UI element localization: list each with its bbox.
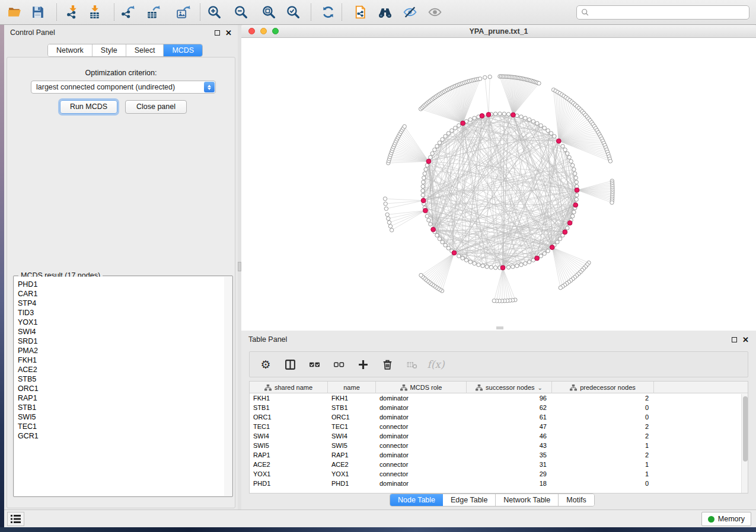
mcds-result-item[interactable]: CAR1 [14,289,224,299]
memory-button[interactable]: Memory [701,512,751,526]
search-box[interactable] [576,5,749,20]
table-cell[interactable]: 61 [467,412,552,422]
network-window-titlebar[interactable]: YPA_prune.txt_1 [241,25,756,38]
table-cell[interactable]: TEC1 [328,422,376,431]
task-history-button[interactable] [7,512,24,526]
sort-menu-icon[interactable]: ⌄ [538,384,543,391]
table-cell[interactable]: PHD1 [328,479,376,488]
table-cell[interactable]: 43 [467,441,552,450]
table-cell[interactable]: ORC1 [328,412,376,422]
tab-network-table[interactable]: Network Table [496,494,559,506]
table-scrollbar[interactable] [741,394,748,493]
table-cell[interactable]: 31 [467,460,552,469]
table-cell[interactable]: 1 [552,441,654,450]
table-cell[interactable]: 0 [552,403,654,412]
table-cell[interactable]: YOX1 [328,469,376,479]
table-cell[interactable]: 1 [552,460,654,469]
table-cell[interactable]: dominator [376,479,467,488]
column-header-name[interactable]: name [328,382,376,393]
mcds-result-item[interactable]: RAP1 [14,393,224,403]
mcds-result-item[interactable]: STB5 [14,374,224,384]
table-cell[interactable]: 46 [467,431,552,441]
table-row[interactable]: TEC1TEC1connector472 [250,422,748,431]
delete-columns-icon[interactable] [381,358,393,370]
table-cell[interactable]: RAP1 [250,450,328,460]
select-all-columns-icon[interactable] [308,358,320,370]
table-cell[interactable]: STB1 [250,403,328,412]
table-cell[interactable]: SWI5 [250,441,328,450]
mcds-result-item[interactable]: ORC1 [14,384,224,393]
node-table[interactable]: shared namenameMCDS rolesuccessor nodes⌄… [249,381,748,493]
run-mcds-button[interactable]: Run MCDS [60,100,117,114]
table-cell[interactable]: ORC1 [250,412,328,422]
new-network-from-selection-icon[interactable] [352,4,368,20]
column-header-MCDS-role[interactable]: MCDS role [376,382,467,393]
export-network-icon[interactable] [119,4,135,20]
table-cell[interactable]: connector [376,460,467,469]
table-cell[interactable]: 96 [467,393,552,403]
create-column-icon[interactable] [357,358,369,370]
open-session-icon[interactable] [7,4,23,20]
table-row[interactable]: RAP1RAP1dominator352 [250,450,748,460]
mcds-result-item[interactable]: TID3 [14,308,224,318]
table-cell[interactable]: TEC1 [250,422,328,431]
float-panel-icon[interactable] [732,337,737,342]
mcds-result-item[interactable]: GCR1 [14,431,224,441]
table-cell[interactable]: STB1 [328,403,376,412]
table-cell[interactable]: dominator [376,450,467,460]
table-row[interactable]: FKH1FKH1dominator962 [250,393,748,403]
zoom-fit-icon[interactable] [261,4,277,20]
table-cell[interactable]: dominator [376,431,467,441]
table-row[interactable]: ACE2ACE2connector311 [250,460,748,469]
table-cell[interactable]: ACE2 [328,460,376,469]
table-cell[interactable]: dominator [376,393,467,403]
table-cell[interactable]: YOX1 [250,469,328,479]
mcds-result-list[interactable]: PHD1CAR1STP4TID3YOX1SWI4SRD1PMA2FKH1ACE2… [14,277,225,496]
network-view[interactable] [241,38,756,331]
table-scrollbar-thumb[interactable] [743,396,748,462]
import-network-icon[interactable] [65,4,81,20]
table-row[interactable]: PHD1PHD1dominator180 [250,479,748,488]
zoom-out-icon[interactable] [233,4,249,20]
export-image-icon[interactable] [175,4,191,20]
table-cell[interactable]: dominator [376,412,467,422]
mcds-result-item[interactable]: YOX1 [14,318,224,327]
deselect-all-columns-icon[interactable] [333,358,344,370]
tab-motifs[interactable]: Motifs [559,494,594,506]
mcds-result-item[interactable]: FKH1 [14,355,224,365]
float-panel-icon[interactable] [215,30,220,36]
mcds-result-item[interactable]: SWI5 [14,412,224,422]
criterion-dropdown[interactable]: largest connected component (undirected) [31,81,216,94]
table-row[interactable]: SWI5SWI5connector431 [250,441,748,450]
table-cell[interactable]: connector [376,441,467,450]
table-cell[interactable]: 18 [467,479,552,488]
mcds-result-item[interactable]: STB1 [14,403,224,412]
close-window-icon[interactable] [248,28,255,34]
close-panel-icon[interactable]: ✕ [225,30,232,36]
hide-selected-icon[interactable] [402,4,418,20]
refresh-layout-icon[interactable] [320,4,336,20]
mcds-result-scrollbar[interactable] [224,277,232,496]
table-cell[interactable]: 0 [552,479,654,488]
table-cell[interactable]: ACE2 [250,460,328,469]
export-table-icon[interactable] [145,4,161,20]
column-header-shared-name[interactable]: shared name [250,382,328,393]
tab-style[interactable]: Style [92,44,126,56]
tab-mcds[interactable]: MCDS [164,44,202,56]
table-cell[interactable]: RAP1 [328,450,376,460]
tab-select[interactable]: Select [126,44,164,56]
save-session-icon[interactable] [30,4,46,20]
mcds-result-item[interactable]: ACE2 [14,365,224,374]
table-cell[interactable]: FKH1 [250,393,328,403]
minimize-window-icon[interactable] [260,28,267,34]
table-row[interactable]: SWI4SWI4dominator462 [250,431,748,441]
table-cell[interactable]: 2 [552,450,654,460]
table-cell[interactable]: SWI4 [250,431,328,441]
table-cell[interactable]: 2 [552,393,654,403]
canvas-hscroll-thumb[interactable] [496,326,503,329]
table-cell[interactable]: connector [376,469,467,479]
table-row[interactable]: ORC1ORC1dominator610 [250,412,748,422]
column-header-predecessor-nodes[interactable]: predecessor nodes [552,382,654,393]
show-all-icon[interactable] [427,4,443,20]
tab-node-table[interactable]: Node Table [390,494,443,506]
